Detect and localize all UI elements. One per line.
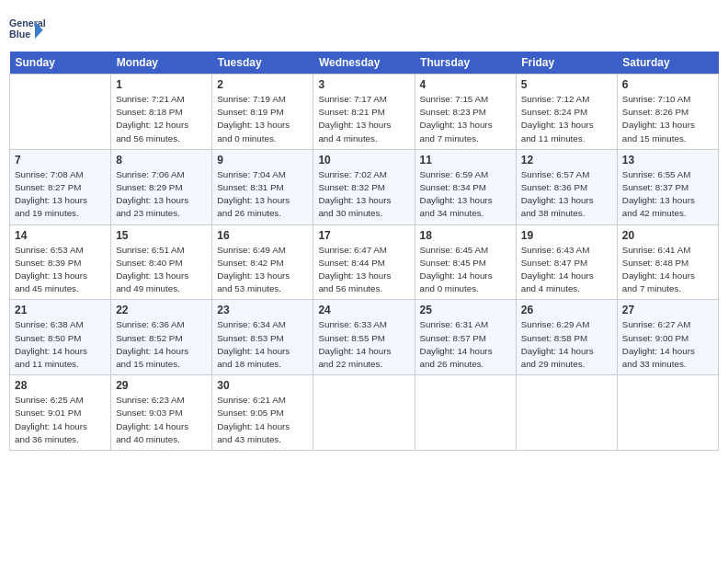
day-info: Sunrise: 7:17 AM Sunset: 8:21 PM Dayligh… — [318, 93, 409, 145]
weekday-header-monday: Monday — [111, 52, 212, 75]
day-number: 5 — [521, 78, 612, 91]
calendar-cell: 1Sunrise: 7:21 AM Sunset: 8:18 PM Daylig… — [111, 75, 212, 150]
calendar-cell: 10Sunrise: 7:02 AM Sunset: 8:32 PM Dayli… — [313, 149, 415, 224]
day-info: Sunrise: 7:06 AM Sunset: 8:29 PM Dayligh… — [116, 168, 207, 221]
logo: GeneralBlue — [9, 9, 46, 46]
calendar-table: SundayMondayTuesdayWednesdayThursdayFrid… — [9, 52, 719, 451]
day-number: 29 — [116, 379, 207, 392]
day-info: Sunrise: 7:08 AM Sunset: 8:27 PM Dayligh… — [15, 168, 106, 221]
day-number: 2 — [217, 78, 308, 91]
calendar-cell: 20Sunrise: 6:41 AM Sunset: 8:48 PM Dayli… — [617, 224, 718, 300]
calendar-cell — [617, 375, 718, 451]
day-number: 9 — [217, 154, 308, 167]
calendar-cell: 7Sunrise: 7:08 AM Sunset: 8:27 PM Daylig… — [10, 149, 111, 224]
calendar-cell: 16Sunrise: 6:49 AM Sunset: 8:42 PM Dayli… — [212, 224, 313, 300]
day-number: 30 — [217, 379, 308, 392]
day-number: 13 — [622, 154, 713, 167]
calendar-cell: 9Sunrise: 7:04 AM Sunset: 8:31 PM Daylig… — [212, 149, 313, 224]
day-info: Sunrise: 6:57 AM Sunset: 8:36 PM Dayligh… — [521, 168, 612, 221]
calendar-cell: 23Sunrise: 6:34 AM Sunset: 8:53 PM Dayli… — [212, 300, 313, 375]
day-number: 27 — [622, 304, 713, 316]
day-info: Sunrise: 6:49 AM Sunset: 8:42 PM Dayligh… — [217, 244, 308, 296]
calendar-week-row: 14Sunrise: 6:53 AM Sunset: 8:39 PM Dayli… — [10, 224, 719, 300]
calendar-cell: 24Sunrise: 6:33 AM Sunset: 8:55 PM Dayli… — [313, 300, 415, 375]
calendar-cell — [313, 375, 415, 451]
day-info: Sunrise: 7:19 AM Sunset: 8:19 PM Dayligh… — [217, 93, 308, 145]
day-number: 17 — [318, 229, 409, 242]
calendar-cell: 3Sunrise: 7:17 AM Sunset: 8:21 PM Daylig… — [313, 75, 415, 150]
day-number: 26 — [521, 304, 612, 316]
page-header: GeneralBlue — [9, 9, 719, 46]
day-info: Sunrise: 6:25 AM Sunset: 9:01 PM Dayligh… — [15, 394, 106, 446]
weekday-header-tuesday: Tuesday — [212, 52, 313, 75]
logo-icon: GeneralBlue — [9, 9, 46, 46]
calendar-week-row: 1Sunrise: 7:21 AM Sunset: 8:18 PM Daylig… — [10, 75, 719, 150]
day-number: 22 — [116, 304, 207, 316]
day-info: Sunrise: 6:36 AM Sunset: 8:52 PM Dayligh… — [116, 318, 207, 371]
day-number: 6 — [622, 78, 713, 91]
calendar-cell: 15Sunrise: 6:51 AM Sunset: 8:40 PM Dayli… — [111, 224, 212, 300]
day-info: Sunrise: 6:34 AM Sunset: 8:53 PM Dayligh… — [217, 318, 308, 371]
calendar-week-row: 21Sunrise: 6:38 AM Sunset: 8:50 PM Dayli… — [10, 300, 719, 375]
calendar-cell: 18Sunrise: 6:45 AM Sunset: 8:45 PM Dayli… — [415, 224, 516, 300]
day-info: Sunrise: 7:21 AM Sunset: 8:18 PM Dayligh… — [116, 93, 207, 145]
calendar-week-row: 7Sunrise: 7:08 AM Sunset: 8:27 PM Daylig… — [10, 149, 719, 224]
weekday-header-wednesday: Wednesday — [313, 52, 415, 75]
day-info: Sunrise: 6:53 AM Sunset: 8:39 PM Dayligh… — [15, 244, 106, 296]
svg-text:General: General — [9, 17, 46, 29]
day-number: 20 — [622, 229, 713, 242]
day-number: 14 — [15, 229, 106, 242]
day-info: Sunrise: 6:55 AM Sunset: 8:37 PM Dayligh… — [622, 168, 713, 221]
calendar-cell — [10, 75, 111, 150]
weekday-header-row: SundayMondayTuesdayWednesdayThursdayFrid… — [10, 52, 719, 75]
day-info: Sunrise: 6:43 AM Sunset: 8:47 PM Dayligh… — [521, 244, 612, 296]
calendar-cell: 29Sunrise: 6:23 AM Sunset: 9:03 PM Dayli… — [111, 375, 212, 451]
calendar-cell: 4Sunrise: 7:15 AM Sunset: 8:23 PM Daylig… — [415, 75, 516, 150]
day-number: 18 — [420, 229, 511, 242]
calendar-cell: 17Sunrise: 6:47 AM Sunset: 8:44 PM Dayli… — [313, 224, 415, 300]
day-info: Sunrise: 6:33 AM Sunset: 8:55 PM Dayligh… — [318, 318, 409, 371]
calendar-cell: 2Sunrise: 7:19 AM Sunset: 8:19 PM Daylig… — [212, 75, 313, 150]
calendar-cell: 8Sunrise: 7:06 AM Sunset: 8:29 PM Daylig… — [111, 149, 212, 224]
day-info: Sunrise: 6:21 AM Sunset: 9:05 PM Dayligh… — [217, 394, 308, 446]
calendar-cell: 5Sunrise: 7:12 AM Sunset: 8:24 PM Daylig… — [516, 75, 617, 150]
calendar-cell: 25Sunrise: 6:31 AM Sunset: 8:57 PM Dayli… — [415, 300, 516, 375]
day-info: Sunrise: 6:23 AM Sunset: 9:03 PM Dayligh… — [116, 394, 207, 446]
day-info: Sunrise: 6:51 AM Sunset: 8:40 PM Dayligh… — [116, 244, 207, 296]
day-info: Sunrise: 6:59 AM Sunset: 8:34 PM Dayligh… — [420, 168, 511, 221]
day-info: Sunrise: 6:29 AM Sunset: 8:58 PM Dayligh… — [521, 318, 612, 371]
day-number: 16 — [217, 229, 308, 242]
day-info: Sunrise: 6:31 AM Sunset: 8:57 PM Dayligh… — [420, 318, 511, 371]
day-number: 23 — [217, 304, 308, 316]
calendar-cell: 27Sunrise: 6:27 AM Sunset: 9:00 PM Dayli… — [617, 300, 718, 375]
day-number: 1 — [116, 78, 207, 91]
calendar-cell: 13Sunrise: 6:55 AM Sunset: 8:37 PM Dayli… — [617, 149, 718, 224]
day-number: 15 — [116, 229, 207, 242]
day-info: Sunrise: 6:41 AM Sunset: 8:48 PM Dayligh… — [622, 244, 713, 296]
day-info: Sunrise: 6:38 AM Sunset: 8:50 PM Dayligh… — [15, 318, 106, 371]
day-info: Sunrise: 7:04 AM Sunset: 8:31 PM Dayligh… — [217, 168, 308, 221]
day-info: Sunrise: 7:02 AM Sunset: 8:32 PM Dayligh… — [318, 168, 409, 221]
day-number: 28 — [15, 379, 106, 392]
day-number: 12 — [521, 154, 612, 167]
calendar-cell: 14Sunrise: 6:53 AM Sunset: 8:39 PM Dayli… — [10, 224, 111, 300]
day-number: 21 — [15, 304, 106, 316]
day-number: 25 — [420, 304, 511, 316]
weekday-header-saturday: Saturday — [617, 52, 718, 75]
weekday-header-sunday: Sunday — [10, 52, 111, 75]
calendar-cell — [516, 375, 617, 451]
calendar-cell: 22Sunrise: 6:36 AM Sunset: 8:52 PM Dayli… — [111, 300, 212, 375]
day-number: 19 — [521, 229, 612, 242]
calendar-cell: 6Sunrise: 7:10 AM Sunset: 8:26 PM Daylig… — [617, 75, 718, 150]
day-number: 4 — [420, 78, 511, 91]
calendar-cell: 11Sunrise: 6:59 AM Sunset: 8:34 PM Dayli… — [415, 149, 516, 224]
day-info: Sunrise: 6:45 AM Sunset: 8:45 PM Dayligh… — [420, 244, 511, 296]
day-number: 24 — [318, 304, 409, 316]
day-info: Sunrise: 7:10 AM Sunset: 8:26 PM Dayligh… — [622, 93, 713, 145]
weekday-header-friday: Friday — [516, 52, 617, 75]
calendar-cell: 12Sunrise: 6:57 AM Sunset: 8:36 PM Dayli… — [516, 149, 617, 224]
day-number: 10 — [318, 154, 409, 167]
calendar-cell: 19Sunrise: 6:43 AM Sunset: 8:47 PM Dayli… — [516, 224, 617, 300]
day-number: 7 — [15, 154, 106, 167]
calendar-cell — [415, 375, 516, 451]
